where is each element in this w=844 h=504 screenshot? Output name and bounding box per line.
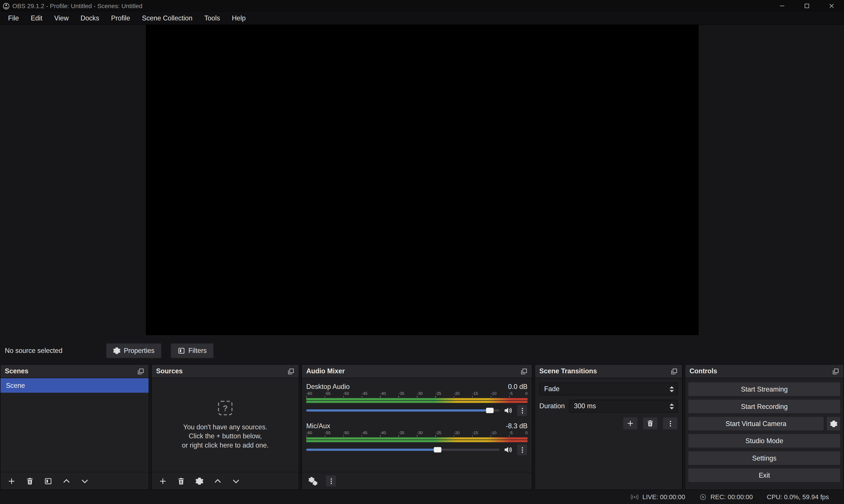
preview-canvas[interactable] [146,25,699,335]
slider-handle[interactable] [486,408,494,413]
move-scene-up-button[interactable] [61,475,72,486]
slider-handle[interactable] [434,447,441,452]
spinner-down-icon[interactable] [669,407,674,409]
virtual-camera-settings-button[interactable] [826,416,841,431]
add-source-button[interactable] [157,475,168,486]
exit-button[interactable]: Exit [688,468,841,483]
meter-bar-right [306,401,528,403]
rec-status-text: REC: 00:00:00 [710,493,753,501]
spinner-up-icon[interactable] [669,386,674,388]
transitions-content: Fade Duration 300 ms [535,378,682,434]
studio-mode-button[interactable]: Studio Mode [688,433,841,448]
maximize-button[interactable] [794,0,820,12]
transition-selected-value: Fade [544,385,560,393]
spinner-down-icon[interactable] [669,390,674,392]
scenes-toolbar [0,472,148,489]
volume-slider[interactable] [306,404,499,416]
remove-scene-button[interactable] [24,475,35,486]
sources-empty-state[interactable]: ? You don't have any sources. Click the … [152,378,299,472]
settings-button[interactable]: Settings [688,451,841,465]
menu-item[interactable]: Edit [25,12,48,24]
scene-list: Scene [0,378,148,393]
minimize-button[interactable] [770,0,794,12]
sources-empty-text-line3: or right click here to add one. [182,442,269,449]
start-virtual-camera-button[interactable]: Start Virtual Camera [688,416,824,431]
slider-fill [306,449,438,451]
mute-button[interactable] [504,406,512,415]
meter-tick-label: -50 [343,430,349,435]
menu-item[interactable]: Scene Collection [136,12,198,24]
dock-scene-transitions: Scene Transitions Fade Duration [534,364,683,490]
move-source-down-button[interactable] [230,475,242,486]
cpu-status-text: CPU: 0.0%, 59.94 fps [767,493,829,501]
controls-popout-button[interactable] [832,367,839,375]
scenes-popout-button[interactable] [137,367,144,375]
start-recording-button[interactable]: Start Recording [688,399,841,414]
properties-button[interactable]: Properties [106,343,161,358]
remove-source-button[interactable] [176,475,187,486]
window-title: OBS 29.1.2 - Profile: Untitled - Scenes:… [12,3,142,9]
filter-icon [178,347,185,355]
menu-item[interactable]: File [2,12,25,24]
mute-button[interactable] [504,445,512,454]
chevron-down-icon [81,477,89,485]
channel-options-button[interactable] [517,404,528,416]
transition-options-button[interactable] [663,417,678,430]
meter-tick-label: -60 [306,430,312,435]
channel-level: 0.0 dB [508,383,528,390]
meter-tick-label: -55 [325,391,331,396]
transition-select[interactable]: Fade [540,382,678,396]
meter-tick-label: -10 [491,391,497,396]
menu-item[interactable]: Tools [198,12,226,24]
move-source-up-button[interactable] [212,475,223,486]
broadcast-icon [631,493,638,501]
menu-item[interactable]: Profile [105,12,136,24]
duration-spinbox[interactable]: 300 ms [569,400,678,413]
meter-tick-label: -25 [435,391,441,396]
sources-dock-body: ? You don't have any sources. Click the … [152,378,299,489]
double-gear-icon [309,476,318,486]
mixer-options-button[interactable] [326,475,336,487]
menu-item[interactable]: View [48,12,75,24]
channel-header: Mic/Aux -8.3 dB [306,421,528,430]
minimize-icon [779,3,785,9]
channel-options-button[interactable] [517,444,528,456]
meter-tick-label: -15 [472,391,478,396]
scene-list-item[interactable]: Scene [0,378,148,393]
advanced-audio-button[interactable] [307,475,319,486]
sources-popout-button[interactable] [287,367,295,375]
meter-tick-label: -15 [472,430,478,435]
close-button[interactable] [819,0,844,12]
volume-slider[interactable] [306,444,499,456]
kebab-icon [667,420,674,427]
spinner-up-icon[interactable] [669,403,674,406]
transitions-popout-button[interactable] [671,367,678,375]
popout-icon [832,367,839,375]
popout-icon [137,367,144,375]
properties-button-label: Properties [124,347,155,355]
remove-transition-button[interactable] [643,417,658,430]
trash-icon [26,477,34,485]
source-properties-button[interactable] [194,475,205,486]
move-scene-down-button[interactable] [79,475,90,486]
add-scene-button[interactable] [6,475,17,486]
meter-tick-label: -25 [435,430,441,435]
meter-tick-label: -50 [343,391,349,396]
scene-filters-button[interactable] [42,475,54,486]
start-streaming-button[interactable]: Start Streaming [688,382,841,396]
meter-tick-label: -40 [380,430,386,435]
controls-buttons: Start Streaming Start Recording Start Vi… [685,378,843,486]
dock-sources: Sources ? You don't have any sources. Cl… [151,364,299,490]
filters-button[interactable]: Filters [171,343,214,358]
menu-item[interactable]: Docks [74,12,105,24]
meter-tick-label: -20 [454,430,460,435]
channel-name: Mic/Aux [306,422,330,430]
slider-fill [306,409,490,412]
meter-tick-label: 0 [525,430,527,435]
question-mark-icon: ? [218,401,232,415]
add-transition-button[interactable] [623,417,638,430]
meter-tick-label: -45 [362,391,368,396]
menu-item[interactable]: Help [226,12,251,24]
mixer-popout-button[interactable] [521,367,528,375]
meter-tick-labels: -60-55-50-45-40-35-30-25-20-15-10-50 [306,391,528,396]
